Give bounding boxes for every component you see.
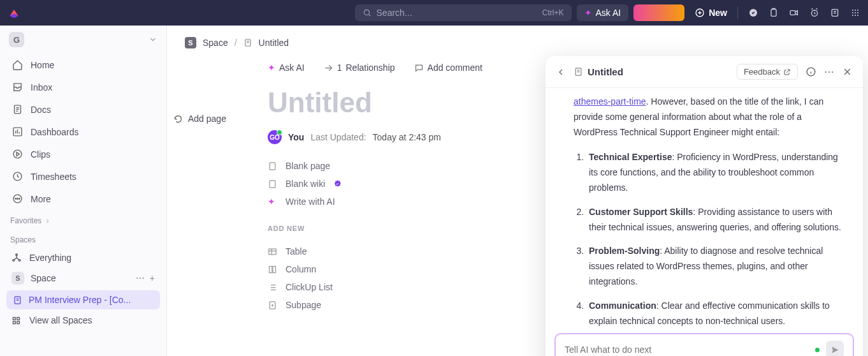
list-icon	[268, 283, 278, 292]
feedback-button[interactable]: Feedback	[737, 64, 798, 80]
nav-label: More	[31, 194, 51, 204]
svg-rect-35	[269, 249, 276, 255]
breadcrumb-doc[interactable]: Untitled	[259, 38, 289, 48]
favorites-section[interactable]: Favorites	[0, 210, 166, 229]
relationship-count: 1	[337, 63, 342, 73]
svg-point-22	[17, 198, 17, 199]
sidebar-view-all[interactable]: View all Spaces	[0, 311, 166, 330]
page-icon	[268, 179, 278, 189]
note-icon[interactable]	[830, 8, 840, 18]
sidebar-active-doc[interactable]: PM Interview Prep - [Co...	[6, 290, 160, 309]
ai-list-item: Technical Expertise: Proficiency in Word…	[586, 150, 841, 195]
add-page-button[interactable]: Add page	[173, 114, 226, 124]
close-button[interactable]	[842, 66, 853, 77]
docs-icon	[11, 104, 23, 115]
nav-clips[interactable]: Clips	[0, 143, 166, 165]
page-icon	[268, 161, 278, 171]
network-icon	[11, 253, 23, 263]
svg-rect-33	[270, 162, 275, 169]
sidebar-everything[interactable]: Everything	[0, 248, 166, 267]
plus-circle-icon	[695, 8, 705, 18]
breadcrumb-space[interactable]: Space	[203, 38, 228, 48]
search-shortcut: Ctrl+K	[542, 8, 564, 17]
ai-item-title: Communication	[589, 300, 656, 311]
new-label: New	[709, 8, 727, 18]
feedback-label: Feedback	[744, 67, 780, 77]
nav-more[interactable]: More	[0, 188, 166, 210]
clipboard-icon[interactable]	[769, 8, 779, 18]
ai-input[interactable]	[554, 333, 854, 356]
doc-icon	[574, 67, 583, 77]
verified-icon	[333, 179, 342, 189]
option-label: Blank page	[286, 161, 330, 171]
ai-response-body[interactable]: athemes-part-time. However, based on the…	[546, 88, 863, 327]
comment-icon	[414, 63, 424, 73]
rotate-icon	[173, 114, 183, 124]
comment-label: Add comment	[428, 63, 482, 73]
send-button[interactable]	[826, 341, 844, 356]
grid-small-icon	[11, 316, 23, 325]
ask-ai-action[interactable]: ✦ Ask AI	[268, 63, 305, 73]
doc-icon	[13, 295, 22, 305]
option-label: Table	[286, 246, 307, 256]
svg-point-8	[855, 10, 856, 11]
alarm-icon[interactable]	[809, 8, 820, 18]
check-circle-icon[interactable]	[748, 8, 758, 18]
relationship-label: Relationship	[345, 63, 394, 73]
back-button[interactable]	[556, 67, 566, 77]
upgrade-button[interactable]	[633, 4, 684, 21]
nav-home[interactable]: Home	[0, 54, 166, 76]
subpage-icon	[268, 300, 278, 310]
clips-icon	[11, 149, 23, 159]
ai-list-item: Customer Support Skills: Providing assis…	[586, 205, 841, 235]
sidebar-space[interactable]: S Space ⋯ +	[0, 267, 166, 289]
relationship-icon	[324, 63, 333, 73]
nav-inbox[interactable]: Inbox	[0, 76, 166, 98]
breadcrumb: S Space / Untitled	[185, 26, 850, 57]
divider	[737, 6, 738, 19]
dots-icon[interactable]: ⋯	[824, 66, 834, 78]
search-input[interactable]: Search... Ctrl+K	[355, 4, 572, 21]
svg-point-13	[852, 15, 853, 16]
plus-icon[interactable]: +	[150, 273, 155, 283]
ai-list-item: Problem-Solving: Ability to diagnose and…	[586, 244, 841, 289]
sidebar: G Home Inbox Docs Dashboards Clips Times…	[0, 26, 167, 356]
ai-text-input[interactable]	[565, 345, 809, 355]
spaces-section: Spaces	[0, 229, 166, 248]
video-icon[interactable]	[789, 8, 799, 18]
ai-item-title: Problem-Solving	[589, 246, 660, 256]
new-button[interactable]: New	[695, 8, 727, 18]
ask-ai-label: Ask AI	[279, 63, 305, 73]
nav-timesheets[interactable]: Timesheets	[0, 165, 166, 188]
active-doc-label: PM Interview Prep - [Co...	[29, 295, 131, 305]
ai-link[interactable]: athemes-part-time	[574, 96, 646, 107]
svg-point-18	[13, 150, 22, 158]
svg-point-9	[857, 10, 858, 11]
info-icon[interactable]	[806, 66, 816, 77]
space-badge: S	[11, 272, 24, 285]
nav-docs[interactable]: Docs	[0, 98, 166, 121]
ai-list: Technical Expertise: Proficiency in Word…	[574, 150, 841, 327]
ask-ai-button[interactable]: ✦ Ask AI	[577, 4, 629, 21]
svg-point-21	[15, 198, 15, 199]
relationship-action[interactable]: 1 Relationship	[324, 63, 395, 73]
updated-label: Last Updated:	[310, 132, 366, 142]
app-logo[interactable]	[8, 6, 20, 19]
grid-icon[interactable]	[850, 8, 860, 18]
svg-rect-28	[13, 317, 16, 320]
nav-dashboards[interactable]: Dashboards	[0, 121, 166, 143]
breadcrumb-separator: /	[235, 38, 237, 48]
workspace-avatar: G	[9, 32, 24, 47]
sparkle-icon: ✦	[268, 63, 275, 73]
ai-panel: Untitled Feedback ⋯ athemes-part-time. H…	[546, 56, 863, 356]
svg-rect-37	[273, 266, 275, 272]
svg-point-25	[13, 260, 15, 262]
breadcrumb-space-badge: S	[185, 37, 196, 48]
svg-point-12	[857, 12, 858, 13]
svg-point-7	[852, 10, 853, 11]
workspace-selector[interactable]: G	[0, 26, 166, 54]
more-icon	[11, 193, 23, 204]
dots-icon[interactable]: ⋯	[136, 273, 145, 283]
comment-action[interactable]: Add comment	[414, 63, 482, 73]
view-all-label: View all Spaces	[29, 315, 92, 325]
